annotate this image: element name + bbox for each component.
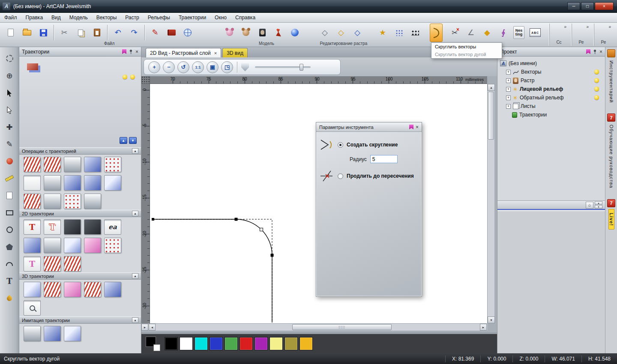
zoom-in-button[interactable]: [148, 61, 160, 73]
filleted-path[interactable]: [153, 219, 272, 322]
reference-book-icon[interactable]: [165, 25, 178, 40]
model-teddy-icon[interactable]: [240, 25, 252, 40]
opacity-slider[interactable]: [255, 66, 311, 68]
section-3d-toolpaths[interactable]: 3D траектории: [19, 272, 141, 280]
zoom-out-button[interactable]: [163, 61, 175, 73]
tree-row-vectors[interactable]: Векторы: [497, 68, 605, 76]
raster-diamond-select-icon[interactable]: [351, 25, 364, 40]
droplet-tool-icon[interactable]: [2, 291, 17, 305]
toolpath-tool-icon[interactable]: [44, 175, 61, 191]
visibility-bulb-icon[interactable]: [594, 69, 599, 74]
toolpath-tool-icon[interactable]: [64, 157, 81, 172]
area-clear-toolpath-icon[interactable]: T: [44, 219, 61, 235]
transform-icon[interactable]: [2, 120, 17, 134]
tree-row-back-relief[interactable]: Обратный рельеф: [497, 93, 605, 102]
toolpath-tool-icon[interactable]: [64, 282, 81, 297]
section-toolpath-operations[interactable]: Операции с траекторией: [19, 147, 141, 155]
color-swatch[interactable]: [165, 337, 178, 350]
zoom-to-selection-button[interactable]: [207, 61, 219, 73]
menu-vectors[interactable]: Векторы: [92, 13, 121, 22]
copy-icon[interactable]: [74, 25, 87, 40]
tree-row-raster[interactable]: Растр: [497, 76, 605, 85]
tutorials-icon[interactable]: [607, 113, 615, 122]
menu-window[interactable]: Окно: [210, 13, 231, 22]
fillet-tool-button[interactable]: [430, 24, 443, 42]
expand-icon[interactable]: [506, 104, 511, 109]
measure-ruler-icon[interactable]: [2, 171, 17, 185]
color-swatch[interactable]: [270, 337, 283, 350]
node-edit-arrow-icon[interactable]: [2, 103, 17, 117]
collapse-section-button[interactable]: [132, 211, 138, 216]
move-up-button[interactable]: [120, 137, 127, 144]
raster-diamond-edit-icon[interactable]: [335, 25, 347, 40]
start-node-handle[interactable]: [152, 218, 154, 221]
color-swatch[interactable]: [300, 337, 313, 350]
tab-live[interactable]: Live!: [608, 209, 614, 230]
panel-flag-icon[interactable]: [122, 49, 126, 54]
close-button[interactable]: [595, 2, 614, 10]
pin-icon[interactable]: [129, 49, 133, 54]
original-corner-path[interactable]: [153, 219, 272, 322]
profile-toolpath-icon[interactable]: T: [24, 219, 41, 235]
zoom-previous-button[interactable]: [177, 61, 189, 73]
nesting-icon[interactable]: Nes ting: [512, 25, 525, 40]
horizontal-scroll-thumb[interactable]: ▒▒▒: [292, 324, 392, 330]
annotate-icon[interactable]: [149, 25, 162, 40]
tab-toolbox[interactable]: Инструментарий: [609, 59, 614, 104]
create-fillet-radio[interactable]: [338, 142, 343, 148]
scroll-right-icon[interactable]: [480, 324, 487, 331]
menu-file[interactable]: Файл: [0, 13, 21, 22]
shield-icon[interactable]: [241, 63, 249, 72]
toolpath-visibility-bulb-icon[interactable]: [123, 75, 127, 79]
toolpath-visibility-bulb-icon[interactable]: [130, 75, 135, 79]
minimize-button[interactable]: [567, 2, 580, 10]
help-globe-icon[interactable]: [181, 25, 194, 40]
expand-icon[interactable]: [506, 78, 511, 83]
distort-swirl-icon[interactable]: [497, 25, 510, 40]
tab-2d-view[interactable]: 2D Вид - Растровый слой: [146, 48, 221, 57]
move-down-button[interactable]: [129, 137, 137, 144]
menu-item-fillet-arc[interactable]: Скруглить вектор дугой: [431, 51, 502, 58]
zoom-1to1-button[interactable]: 1:1: [192, 61, 204, 73]
vertical-scrollbar[interactable]: [487, 84, 494, 323]
menu-edit[interactable]: Правка: [21, 13, 48, 22]
visibility-bulb-icon[interactable]: [594, 95, 599, 100]
tree-row-sheets[interactable]: Листы: [497, 102, 605, 110]
visibility-bulb-icon[interactable]: [594, 87, 599, 91]
scroll-left-icon[interactable]: [149, 324, 156, 331]
toolpath-tool-icon[interactable]: [64, 219, 81, 235]
measure-angle-icon[interactable]: [464, 25, 477, 40]
toolpath-tool-icon[interactable]: [44, 194, 61, 209]
extend-intersect-radio[interactable]: [338, 173, 343, 179]
select-arrow-icon[interactable]: [2, 86, 17, 100]
rectangle-tool-icon[interactable]: [2, 206, 17, 220]
toolpath-tool-icon[interactable]: [64, 238, 81, 253]
globe-icon[interactable]: [2, 69, 17, 83]
arc-tool-icon[interactable]: [2, 257, 17, 271]
toolbox-icon[interactable]: [607, 49, 615, 57]
home-button[interactable]: [586, 202, 593, 209]
raster-diamond-icon[interactable]: [318, 25, 331, 40]
vertical-scroll-thumb[interactable]: [488, 92, 494, 140]
fillet-end-handle[interactable]: [271, 254, 274, 257]
spin-down-button[interactable]: [595, 205, 602, 209]
menu-reliefs[interactable]: Рельефы: [144, 13, 174, 22]
save-icon[interactable]: [37, 25, 50, 40]
menu-model[interactable]: Модель: [65, 13, 92, 22]
open-file-icon[interactable]: [21, 25, 33, 40]
pan-button[interactable]: [141, 324, 148, 331]
panel-close-icon[interactable]: [135, 49, 138, 54]
overflow-chevron-icon[interactable]: [608, 24, 611, 29]
sheet-icon[interactable]: [2, 188, 17, 203]
toolpath-tool-icon[interactable]: [44, 238, 61, 253]
menu-raster[interactable]: Растр: [121, 13, 143, 22]
undo-icon[interactable]: [111, 25, 124, 40]
arc-mid-handle[interactable]: [260, 228, 263, 231]
toolpath-tool-icon[interactable]: [24, 175, 41, 191]
simulation-tool-icon[interactable]: [64, 326, 81, 341]
color-swatch[interactable]: [225, 337, 238, 350]
vector-star-icon[interactable]: [376, 25, 389, 40]
cut-icon[interactable]: [58, 25, 71, 40]
collapse-section-button[interactable]: [132, 273, 138, 279]
toolpath-tool-icon[interactable]: [24, 157, 41, 172]
